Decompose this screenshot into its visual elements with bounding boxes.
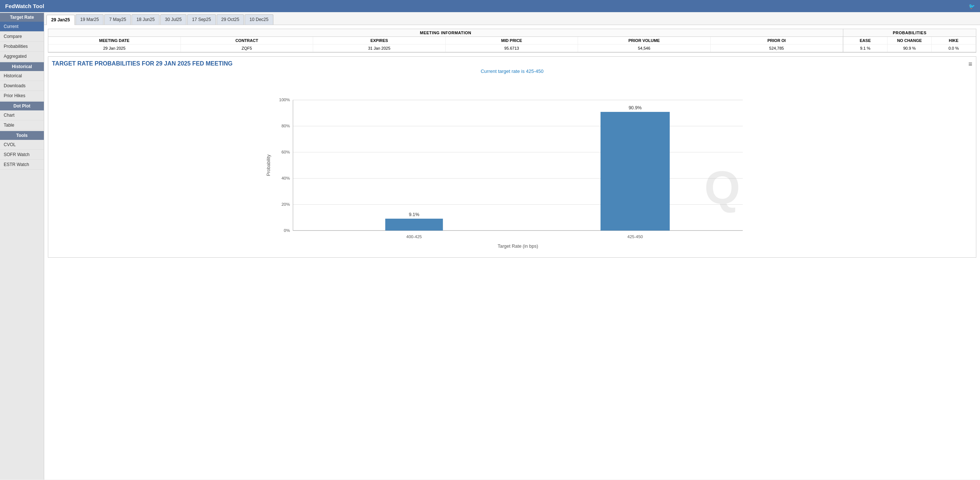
sidebar-item-sofr-watch[interactable]: SOFR Watch [0,150,44,160]
hamburger-menu-icon[interactable]: ≡ [968,60,972,68]
val-ease: 9.1 % [843,44,888,52]
svg-text:20%: 20% [282,202,290,206]
tab-17sep25[interactable]: 17 Sep25 [187,14,216,25]
main-layout: Target Rate Current Compare Probabilitie… [0,12,980,480]
col-prior-volume: PRIOR VOLUME [578,37,711,44]
chart-area: ≡ TARGET RATE PROBABILITIES FOR 29 JAN 2… [48,56,976,258]
titlebar: FedWatch Tool 🐦 [0,0,980,12]
main-content-area: 29 Jan25 19 Mar25 7 May25 18 Jun25 30 Ju… [44,12,980,480]
x-axis-title: Target Rate (in bps) [498,244,538,249]
y-axis-title: Probability [266,154,271,176]
col-prior-oi: PRIOR OI [711,37,843,44]
svg-text:100%: 100% [279,98,290,102]
col-meeting-date: MEETING DATE [48,37,181,44]
svg-text:0%: 0% [284,228,290,233]
col-expires: EXPIRES [313,37,446,44]
sidebar-item-probabilities[interactable]: Probabilities [0,41,44,52]
chart-title: TARGET RATE PROBABILITIES FOR 29 JAN 202… [52,60,972,67]
sidebar-item-chart[interactable]: Chart [0,111,44,120]
col-ease: EASE [843,37,888,44]
x-label-425-450: 425-450 [627,234,643,239]
val-meeting-date: 29 Jan 2025 [48,44,181,52]
sidebar-item-estr-watch[interactable]: ESTR Watch [0,160,44,170]
tab-19mar25[interactable]: 19 Mar25 [76,14,104,25]
sidebar-item-historical[interactable]: Historical [0,71,44,81]
bar-label-425-450: 90.9% [628,105,642,111]
sidebar-section-target-rate: Target Rate [0,13,44,22]
meeting-info-col-headers: MEETING DATE CONTRACT EXPIRES MID PRICE … [48,37,843,44]
tab-7may25[interactable]: 7 May25 [104,14,131,25]
val-prior-oi: 524,785 [711,44,843,52]
svg-text:80%: 80% [282,124,290,128]
tab-29jan25[interactable]: 29 Jan25 [46,15,75,25]
sidebar-item-cvol[interactable]: CVOL [0,140,44,150]
tab-10dec25[interactable]: 10 Dec25 [245,14,273,25]
col-contract: CONTRACT [181,37,313,44]
sidebar-item-compare[interactable]: Compare [0,32,44,41]
val-contract: ZQF5 [181,44,313,52]
val-expires: 31 Jan 2025 [313,44,446,52]
chart-svg: 0% 20% 40% 60% 80% 100% Probability [52,77,972,253]
sidebar-item-prior-hikes[interactable]: Prior Hikes [0,91,44,101]
tab-18jun25[interactable]: 18 Jun25 [132,14,159,25]
twitter-icon[interactable]: 🐦 [969,3,975,9]
sidebar-section-tools: Tools [0,131,44,140]
prob-col-headers: EASE NO CHANGE HIKE [843,37,976,44]
sidebar-item-aggregated[interactable]: Aggregated [0,52,44,62]
col-mid-price: MID PRICE [446,37,578,44]
meeting-info-values: 29 Jan 2025 ZQF5 31 Jan 2025 95.6713 54,… [48,44,843,52]
val-hike: 0.0 % [932,44,976,52]
val-mid-price: 95.6713 [446,44,578,52]
watermark: Q [705,162,740,214]
x-label-400-425: 400-425 [406,234,422,239]
sidebar-section-dot-plot: Dot Plot [0,101,44,111]
chart-container: 0% 20% 40% 60% 80% 100% Probability [52,77,972,253]
meeting-info-section-title: MEETING INFORMATION [48,29,843,37]
bar-400-425 [385,219,443,230]
content-panel: MEETING INFORMATION MEETING DATE CONTRAC… [44,25,980,480]
sidebar: Target Rate Current Compare Probabilitie… [0,12,44,480]
chart-subtitle: Current target rate is 425-450 [52,68,972,74]
col-no-change: NO CHANGE [888,37,932,44]
bar-label-400-425: 9.1% [409,212,420,217]
svg-text:60%: 60% [282,150,290,154]
val-prior-volume: 54,546 [578,44,711,52]
val-no-change: 90.9 % [888,44,932,52]
col-hike: HIKE [932,37,976,44]
meeting-info-table: MEETING INFORMATION MEETING DATE CONTRAC… [48,29,976,53]
sidebar-item-downloads[interactable]: Downloads [0,81,44,91]
prob-values: 9.1 % 90.9 % 0.0 % [843,44,976,52]
sidebar-section-historical: Historical [0,62,44,71]
bar-425-450 [601,112,670,230]
sidebar-item-current[interactable]: Current [0,22,44,32]
app-title: FedWatch Tool [5,3,44,9]
prob-section-title: PROBABILITIES [843,29,976,37]
svg-text:40%: 40% [282,176,290,181]
sidebar-item-table[interactable]: Table [0,120,44,130]
tab-bar: 29 Jan25 19 Mar25 7 May25 18 Jun25 30 Ju… [44,12,980,25]
tab-30jul25[interactable]: 30 Jul25 [160,14,186,25]
tab-29oct25[interactable]: 29 Oct25 [216,14,244,25]
